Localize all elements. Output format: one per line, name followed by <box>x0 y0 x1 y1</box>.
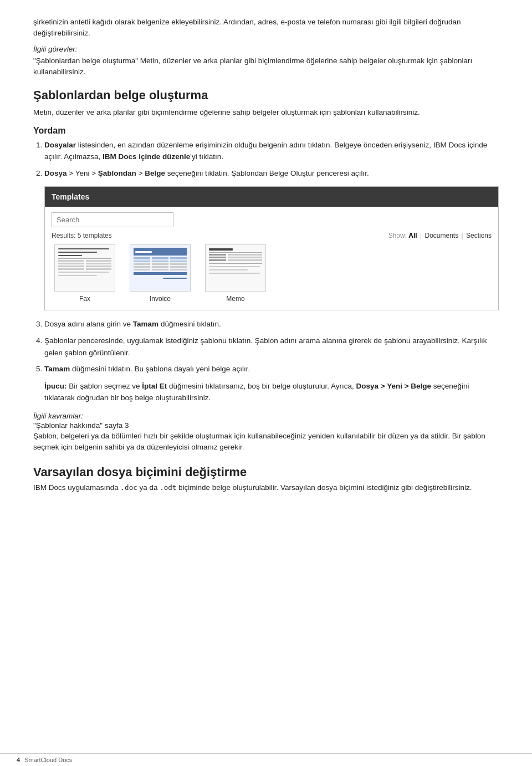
template-fax[interactable]: Fax <box>52 244 118 304</box>
step2-dosya: Dosya <box>44 169 67 177</box>
rc-label: İlgili kavramlar: <box>33 412 499 420</box>
sep2: | <box>462 232 465 239</box>
code-odt: .odt <box>160 483 176 492</box>
section2-heading: Varsayılan dosya biçimini değiştirme <box>33 465 499 479</box>
step2-post: > Belge seçeneğini tıklatın. Şablondan B… <box>139 169 369 177</box>
step3-bold: Tamam <box>133 320 158 328</box>
template-memo[interactable]: Memo <box>202 244 269 304</box>
step2-sablondan: Şablondan <box>98 169 136 177</box>
rc-line1: "Şablonlar hakkında" sayfa 3 <box>33 421 499 430</box>
step-3: Dosya adını alana girin ve Tamam düğmesi… <box>44 318 499 330</box>
intro-line1: şirketinizin antetli kağıdı olarak belge… <box>33 18 222 26</box>
rc-line2: Şablon, belgeleri ya da bölümleri hızlı … <box>33 431 499 453</box>
section2-body: IBM Docs uygulamasında .doc ya da .odt b… <box>33 482 499 493</box>
template-thumb-memo <box>205 244 266 292</box>
template-invoice[interactable]: Invoice <box>127 244 193 304</box>
page-content: şirketinizin antetli kağıdı olarak belge… <box>33 17 499 493</box>
results-count: Results: 5 templates <box>52 231 112 241</box>
procedure-heading: Yordam <box>33 126 499 136</box>
templates-box: Templates Results: 5 templates Show: All… <box>44 186 499 311</box>
step5-post: düğmesini tıklatın. Bu şablona dayalı ye… <box>72 365 250 373</box>
section1-heading: Şablonlardan belge oluşturma <box>33 88 499 104</box>
code-doc: .doc <box>121 483 137 492</box>
templates-body: Results: 5 templates Show: All | Documen… <box>45 207 498 310</box>
step1-bold: Dosyalar <box>44 141 76 149</box>
related-tasks-label: İlgili görevler: <box>33 45 499 53</box>
step4-text: Şablonlar penceresinde, uygulamak istedi… <box>44 336 487 357</box>
template-memo-label: Memo <box>226 294 244 304</box>
step-4: Şablonlar penceresinde, uygulamak istedi… <box>44 335 499 359</box>
tip-box: İpucu: Bir şablon seçmez ve İptal Et düğ… <box>44 381 499 404</box>
templates-header: Templates <box>45 187 498 207</box>
show-documents-link[interactable]: Documents <box>424 232 458 239</box>
rc-title-text: İlgili kavramlar: <box>33 412 83 420</box>
step-2: Dosya > Yeni > Şablondan > Belge seçeneğ… <box>44 167 499 310</box>
step3-text: Dosya adını alana girin ve <box>44 320 133 328</box>
step2-gt1: > Yeni > <box>69 169 98 177</box>
template-fax-label: Fax <box>79 294 90 304</box>
results-row: Results: 5 templates Show: All | Documen… <box>52 231 492 241</box>
step-5: Tamam düğmesini tıklatın. Bu şablona day… <box>44 363 499 375</box>
steps-list: Dosyalar listesinden, en azından düzenle… <box>44 139 499 375</box>
related-concepts: İlgili kavramlar: "Şablonlar hakkında" s… <box>33 412 499 453</box>
tip-label: İpucu: <box>44 382 67 390</box>
step3-post: düğmesini tıklatın. <box>161 320 221 328</box>
template-thumb-invoice <box>130 244 191 292</box>
template-thumb-fax <box>54 244 115 292</box>
tip-content: Bir şablon seçmez ve İptal Et düğmesini … <box>44 382 469 402</box>
related-tasks-content: "Şablonlardan belge oluşturma" Metin, dü… <box>33 55 499 78</box>
show-sections-link[interactable]: Sections <box>466 232 492 239</box>
sep1: | <box>420 232 423 239</box>
intro-para: şirketinizin antetli kağıdı olarak belge… <box>33 17 499 39</box>
section1-body: Metin, düzenler ve arka planlar gibi biç… <box>33 107 499 118</box>
templates-grid: Fax <box>52 244 492 304</box>
tip-text: İpucu: Bir şablon seçmez ve İptal Et düğ… <box>44 381 499 404</box>
show-all-link[interactable]: All <box>408 232 417 239</box>
search-input[interactable] <box>52 212 173 227</box>
step5-bold: Tamam <box>44 365 70 373</box>
show-links: Show: All | Documents | Sections <box>388 231 492 241</box>
step1-text: listesinden, en azından düzenleme erişim… <box>78 141 332 149</box>
step-1: Dosyalar listesinden, en azından düzenle… <box>44 139 499 163</box>
template-invoice-label: Invoice <box>150 294 171 304</box>
